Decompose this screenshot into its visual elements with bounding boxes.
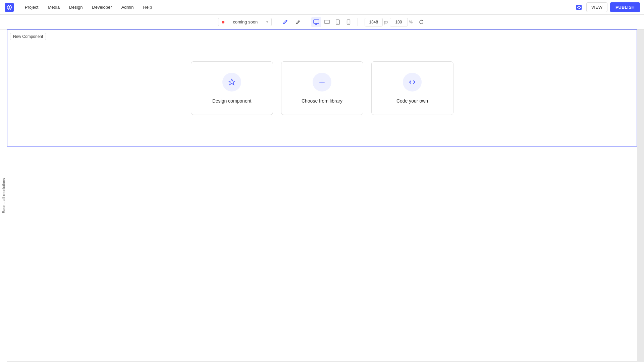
svg-rect-3 <box>314 20 319 23</box>
app-logo[interactable] <box>4 2 15 13</box>
upgrade-icon[interactable] <box>574 3 584 12</box>
canvas-frame: New Component Design component <box>7 29 637 146</box>
chevron-down-icon: ▾ <box>266 20 268 24</box>
svg-point-6 <box>337 23 338 24</box>
divider-2 <box>307 18 307 26</box>
editor-toolbar: coming soon ▾ <box>0 15 644 29</box>
tablet-device-button[interactable] <box>333 17 343 27</box>
choose-from-library-card[interactable]: Choose from library <box>281 61 363 115</box>
canvas-wrapper: New Component Design component <box>7 29 644 362</box>
choose-from-library-icon-circle <box>313 73 331 92</box>
refresh-button[interactable] <box>417 17 426 27</box>
page-name: coming soon <box>233 19 258 24</box>
view-button[interactable]: VIEW <box>586 2 607 12</box>
design-component-card[interactable]: Design component <box>191 61 273 115</box>
divider-3 <box>358 18 358 26</box>
new-component-label: New Component <box>10 33 46 40</box>
nav-media[interactable]: Media <box>43 0 64 15</box>
code-your-own-card[interactable]: Code your own <box>371 61 453 115</box>
nav-admin[interactable]: Admin <box>117 0 139 15</box>
code-your-own-label: Code your own <box>396 98 428 104</box>
nav-project[interactable]: Project <box>20 0 43 15</box>
resolution-sidebar[interactable]: Base – all resolutions <box>0 29 7 362</box>
nav-help[interactable]: Help <box>138 0 157 15</box>
laptop-device-button[interactable] <box>322 17 332 27</box>
width-input[interactable] <box>365 18 383 26</box>
choose-from-library-label: Choose from library <box>302 98 342 104</box>
width-unit: px <box>384 20 388 24</box>
desktop-device-button[interactable] <box>311 17 321 27</box>
mobile-device-button[interactable] <box>343 17 354 27</box>
pencil-tool-button[interactable] <box>293 17 303 27</box>
design-component-label: Design component <box>212 98 252 104</box>
nav-design[interactable]: Design <box>64 0 87 15</box>
divider-1 <box>276 18 276 26</box>
svg-point-2 <box>286 20 287 21</box>
publish-button[interactable]: PUBLISH <box>610 2 640 12</box>
zoom-unit: % <box>409 20 413 24</box>
page-selector[interactable]: coming soon ▾ <box>218 18 272 26</box>
code-your-own-icon-circle <box>403 73 422 92</box>
svg-rect-1 <box>576 5 582 10</box>
unsaved-indicator <box>222 21 224 23</box>
svg-point-8 <box>348 23 348 24</box>
pen-tool-button[interactable] <box>280 17 290 27</box>
canvas-area: Base – all resolutions New Component Des… <box>0 29 644 362</box>
component-cards-area: Design component Choose from library <box>7 30 637 146</box>
zoom-input[interactable] <box>390 18 408 26</box>
device-buttons <box>311 17 354 27</box>
top-navbar: Project Media Design Developer Admin Hel… <box>0 0 644 15</box>
design-component-icon-circle <box>222 73 241 92</box>
width-input-group: px % <box>365 18 413 26</box>
canvas-below-frame <box>7 146 637 361</box>
svg-rect-4 <box>325 20 329 23</box>
nav-developer[interactable]: Developer <box>87 0 116 15</box>
